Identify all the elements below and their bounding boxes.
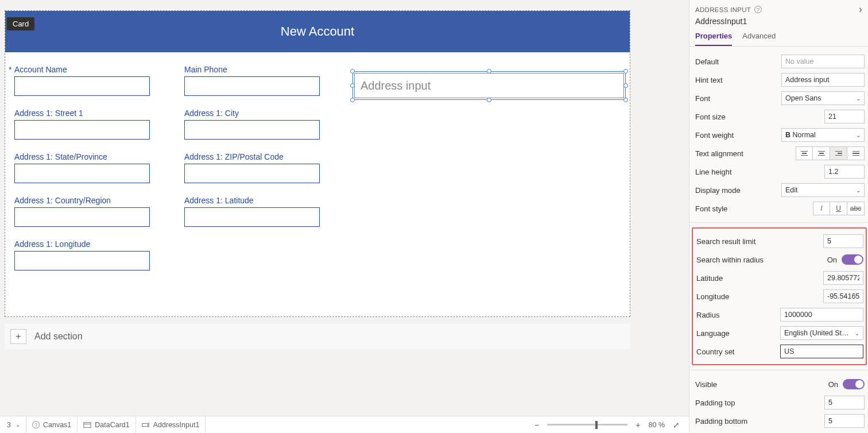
resize-handle-icon[interactable]: [623, 98, 628, 102]
prop-default-label: Default: [695, 57, 719, 66]
field-longitude[interactable]: Address 1: Longitude: [12, 237, 179, 270]
italic-button[interactable]: I: [813, 202, 830, 215]
zoom-in-button[interactable]: +: [636, 420, 640, 430]
required-star-icon: *: [9, 65, 11, 74]
latitude-input[interactable]: [184, 207, 320, 227]
resize-handle-icon[interactable]: [350, 98, 355, 102]
resize-handle-icon[interactable]: [623, 69, 628, 74]
visible-toggle[interactable]: [843, 379, 865, 389]
divider: [689, 222, 868, 223]
canvas-area: Card New Account * Account Name Addre: [0, 0, 689, 433]
prop-displaymode-select[interactable]: Edit ⌄: [781, 183, 865, 197]
breadcrumb-datacard[interactable]: DataCard1: [78, 416, 135, 433]
field-latitude[interactable]: Address 1: Latitude: [182, 194, 348, 227]
resize-handle-icon[interactable]: [350, 69, 355, 74]
field-account-name[interactable]: * Account Name: [12, 63, 179, 96]
tooltip-card: Card: [7, 17, 34, 30]
prop-font-select[interactable]: Open Sans ⌄: [781, 91, 865, 105]
field-label: Address 1: State/Province: [14, 152, 176, 161]
field-label: Address 1: Street 1: [14, 109, 176, 118]
add-section-label: Add section: [34, 331, 83, 342]
tab-advanced[interactable]: Advanced: [742, 28, 776, 46]
prop-radius-label: Radius: [696, 311, 719, 319]
zoom-handle[interactable]: [595, 421, 598, 429]
prop-fontstyle-label: Font style: [695, 204, 727, 213]
prop-padtop-input[interactable]: [824, 396, 865, 409]
add-section-button[interactable]: + Add section: [5, 324, 630, 349]
address-input-box[interactable]: Address input: [354, 73, 624, 98]
field-zip[interactable]: Address 1: ZIP/Postal Code: [182, 150, 348, 183]
prop-font-label: Font: [695, 94, 710, 103]
breadcrumb-canvas[interactable]: ? Canvas1: [26, 416, 78, 433]
align-center-button[interactable]: [813, 146, 830, 160]
prop-displaymode-label: Display mode: [695, 186, 741, 195]
help-icon[interactable]: ?: [754, 6, 762, 13]
field-state[interactable]: Address 1: State/Province: [12, 150, 179, 183]
phone-input[interactable]: [184, 76, 320, 96]
field-phone[interactable]: Main Phone: [182, 63, 348, 96]
divider: [689, 370, 868, 370]
breadcrumb-label: 3: [7, 421, 11, 429]
prop-default-input[interactable]: [781, 55, 865, 68]
align-justify-button[interactable]: [847, 146, 865, 160]
highlighted-properties-group: Search result limit Search within radius…: [692, 227, 867, 365]
zoom-value: 80 %: [648, 421, 665, 429]
resize-handle-icon[interactable]: [487, 98, 491, 102]
chevron-down-icon: ⌄: [855, 330, 859, 337]
input-icon: [142, 421, 150, 429]
field-label: Address 1: Country/Region: [14, 196, 176, 205]
zip-input[interactable]: [184, 164, 320, 183]
resize-handle-icon[interactable]: [487, 69, 491, 74]
strikethrough-button[interactable]: abc: [847, 202, 865, 215]
prop-radius-input[interactable]: [780, 308, 863, 322]
prop-fontweight-label: Font weight: [695, 131, 734, 140]
prop-fontweight-select[interactable]: B Normal ⌄: [781, 128, 865, 142]
prop-fontsize-input[interactable]: [824, 110, 865, 123]
field-street[interactable]: Address 1: Street 1: [12, 106, 179, 140]
prop-fontweight-value: B Normal: [785, 131, 816, 139]
prop-font-value: Open Sans: [785, 94, 822, 102]
field-label: Address 1: ZIP/Postal Code: [184, 152, 346, 161]
chevron-down-icon: ⌄: [856, 95, 861, 102]
underline-button[interactable]: U: [830, 202, 847, 215]
prop-hint-input[interactable]: [781, 73, 865, 87]
prop-lon-input[interactable]: [823, 289, 863, 303]
resize-handle-icon[interactable]: [623, 83, 628, 88]
field-city[interactable]: Address 1: City: [182, 106, 348, 140]
prop-language-value: English (United States): [784, 329, 852, 337]
prop-countryset-input[interactable]: [780, 345, 863, 358]
prop-lineheight-input[interactable]: [824, 165, 865, 179]
field-country[interactable]: Address 1: Country/Region: [12, 194, 179, 227]
form-card[interactable]: New Account * Account Name Address 1: St…: [5, 10, 630, 317]
align-left-button[interactable]: [796, 146, 813, 160]
prop-lon-label: Longitude: [696, 292, 729, 301]
chevron-down-icon: ⌄: [16, 422, 20, 428]
country-input[interactable]: [14, 207, 150, 227]
field-label: Account Name: [14, 65, 176, 74]
city-input[interactable]: [184, 120, 320, 140]
tab-properties[interactable]: Properties: [695, 28, 732, 46]
prop-padbot-input[interactable]: [824, 414, 865, 428]
zoom-out-button[interactable]: −: [534, 420, 539, 430]
field-label: Address 1: Latitude: [184, 196, 346, 205]
address-input-control[interactable]: Address input: [354, 73, 624, 98]
prop-fontsize-label: Font size: [695, 113, 726, 121]
resize-handle-icon[interactable]: [350, 83, 355, 88]
fullscreen-icon[interactable]: ⤢: [673, 420, 680, 430]
breadcrumb-root[interactable]: 3 ⌄: [5, 416, 26, 433]
prop-countryset-label: Country set: [696, 347, 734, 356]
street-input[interactable]: [14, 120, 150, 140]
prop-language-select[interactable]: English (United States) ⌄: [780, 326, 863, 340]
longitude-input[interactable]: [14, 251, 150, 270]
toggle-state-label: On: [828, 380, 838, 389]
collapse-panel-icon[interactable]: ›: [859, 3, 862, 16]
account-name-input[interactable]: [14, 76, 150, 96]
zoom-slider[interactable]: [547, 424, 627, 426]
prop-lat-input[interactable]: [823, 271, 863, 285]
breadcrumb-addressinput[interactable]: AddressInput1: [136, 416, 206, 433]
align-right-button[interactable]: [830, 146, 847, 160]
plus-icon: +: [10, 329, 26, 344]
prop-searchlimit-input[interactable]: [823, 234, 863, 248]
searchradius-toggle[interactable]: [842, 254, 863, 265]
state-input[interactable]: [14, 164, 150, 183]
